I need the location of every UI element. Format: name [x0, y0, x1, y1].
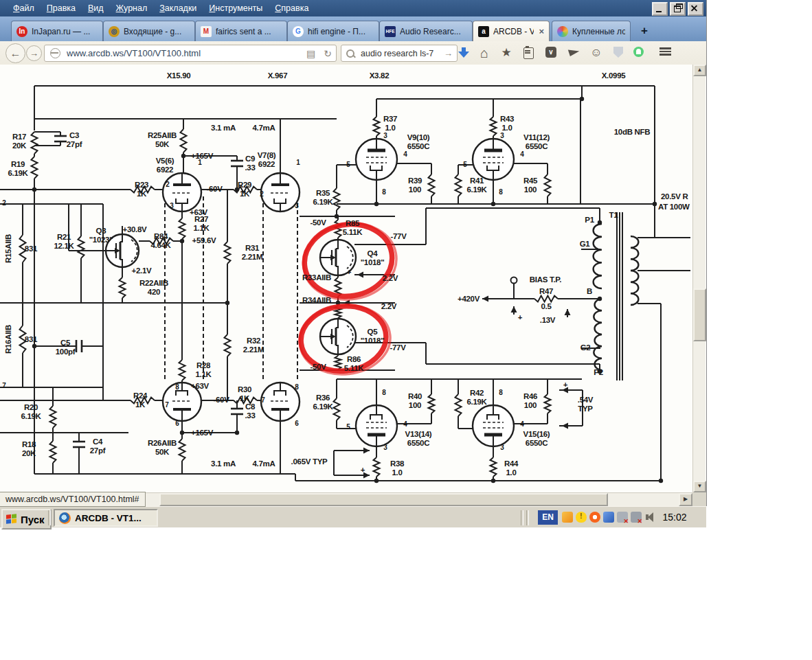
bookmarks-menu-button[interactable]: [521, 46, 536, 60]
schematic-label: R28 1.1K: [195, 361, 211, 379]
menu-icon: [659, 47, 671, 49]
schematic-label: 5: [346, 161, 350, 168]
hamburger-menu-button[interactable]: [656, 46, 674, 60]
scroll-down-button[interactable]: ▼: [693, 481, 706, 492]
schematic-label: 4.7mA: [252, 124, 275, 133]
schematic-label: R44 1.0: [504, 459, 518, 477]
restore-button[interactable]: [670, 2, 686, 16]
ghostery-icon: [633, 47, 644, 57]
tab[interactable]: Mfairics sent a ...: [195, 21, 287, 41]
menu-item[interactable]: Журнал: [110, 1, 154, 15]
schematic-label: 8: [499, 389, 502, 396]
security-shield-icon[interactable]: [576, 512, 587, 523]
menu-item[interactable]: Вид: [82, 1, 110, 15]
network-icon[interactable]: [603, 512, 614, 523]
schematic-label: R20 6.19K: [21, 403, 41, 421]
site-globe-icon: [50, 48, 60, 58]
menu-item[interactable]: Инструменты: [203, 1, 269, 15]
tab[interactable]: ◎Входящие - g...: [103, 21, 195, 41]
schematic-label: G1: [580, 240, 590, 249]
start-button[interactable]: Пуск: [1, 509, 52, 530]
downloads-button[interactable]: [456, 47, 471, 61]
taskbar-clock[interactable]: 15:02: [655, 510, 695, 525]
search-input[interactable]: [359, 48, 444, 59]
schematic-label: 6: [295, 420, 298, 427]
protection-shield-button[interactable]: [611, 46, 626, 60]
home-button[interactable]: ⌂: [477, 46, 492, 60]
schematic-label: R32 2.21M: [243, 337, 264, 354]
schematic-label: R29 1K: [238, 181, 251, 198]
search-go-icon[interactable]: →: [444, 48, 453, 58]
schematic-label: V15(16) 6550C: [523, 430, 550, 448]
minimize-button[interactable]: [652, 2, 668, 16]
schematic-label: 4: [403, 150, 407, 158]
tab-active[interactable]: aARCDB - V...×: [473, 21, 550, 41]
schematic-label: +2.1V: [132, 266, 152, 275]
schematic-label: R30 1K: [238, 385, 251, 403]
chat-button[interactable]: ☺: [589, 46, 604, 60]
ghostery-button[interactable]: [631, 46, 646, 60]
tab-favicon: ◎: [109, 26, 120, 37]
menu: ФайлПравкаВидЖурналЗакладкиИнструментыСп…: [7, 1, 315, 15]
tab[interactable]: InInJapan.ru — ...: [11, 21, 103, 41]
scrollbar-corner: [692, 492, 706, 506]
reload-icon[interactable]: ↻: [324, 48, 332, 59]
network-offline-icon[interactable]: [617, 512, 628, 523]
schematic-label: T1: [609, 211, 618, 220]
language-indicator[interactable]: EN: [538, 510, 558, 525]
agent-icon[interactable]: [589, 512, 600, 523]
tab[interactable]: Купленные ло...: [552, 21, 631, 41]
tab[interactable]: HFEAudio Researc...: [379, 21, 473, 41]
close-button[interactable]: [688, 2, 703, 16]
send-tab-button[interactable]: [566, 46, 581, 60]
scroll-right-button[interactable]: ▶: [679, 493, 692, 506]
schematic-label: R47: [539, 287, 553, 296]
schematic-label: R25AIIB 50K: [148, 131, 177, 149]
schematic-label: 2: [260, 190, 263, 198]
volume-icon[interactable]: [644, 512, 655, 523]
scroll-up-button[interactable]: ▲: [693, 65, 706, 76]
update-icon[interactable]: [562, 512, 573, 523]
schematic-label: 5: [463, 161, 466, 168]
taskbar-window-button[interactable]: ARCDB - VT1...: [54, 509, 158, 527]
schematic-label: 3: [500, 444, 504, 451]
pocket-button[interactable]: ∨: [543, 46, 559, 60]
start-label: Пуск: [21, 514, 45, 525]
forward-button[interactable]: →: [26, 45, 42, 61]
menu-item[interactable]: Справка: [269, 1, 315, 15]
schematic-label: +165V: [191, 429, 213, 437]
url-input[interactable]: [65, 47, 302, 59]
new-tab-button[interactable]: +: [635, 23, 653, 39]
schematic-label: 3: [383, 444, 387, 451]
tab-label: Входящие - g...: [124, 27, 181, 36]
schematic-label: X.0995: [602, 71, 626, 80]
url-bar[interactable]: ▤ ↻: [44, 45, 337, 62]
tab-close-icon[interactable]: ×: [539, 26, 544, 36]
tab-label: Купленные ло...: [572, 27, 625, 36]
schematic-label: 3: [500, 132, 504, 139]
schematic-label: 8: [175, 383, 179, 391]
menu-item[interactable]: Правка: [41, 1, 82, 15]
vertical-scroll-thumb[interactable]: [693, 288, 706, 341]
reader-mode-icon[interactable]: ▤: [306, 48, 315, 59]
vertical-scrollbar[interactable]: ▲ ▼: [692, 65, 706, 492]
schematic-label: V5(6) 6922: [156, 157, 174, 174]
schematic-label: C3 27pf: [67, 131, 82, 149]
camera-off-icon[interactable]: [631, 512, 642, 523]
schematic-label: 7: [2, 382, 5, 389]
bookmark-star-button[interactable]: ★: [499, 46, 514, 60]
tab[interactable]: Ghifi engine - П...: [287, 21, 379, 41]
status-link-tooltip: www.arcdb.ws/VT100/VT100.html#: [0, 492, 146, 507]
search-bar[interactable]: →: [341, 45, 458, 62]
menu-bar: ФайлПравкаВидЖурналЗакладкиИнструментыСп…: [0, 0, 706, 16]
menu-item[interactable]: Закладки: [153, 1, 203, 15]
schematic-label: 20.5V R: [661, 192, 688, 201]
schematic-label: +30.8V: [123, 225, 147, 234]
schematic-label: R24 1K: [133, 391, 147, 409]
back-button[interactable]: ←: [5, 43, 25, 63]
menu-item[interactable]: Файл: [7, 1, 41, 15]
horizontal-scroll-thumb[interactable]: [159, 493, 608, 506]
taskbar: Пуск ARCDB - VT1... EN 15:02: [0, 506, 706, 527]
schematic-label: +: [347, 268, 351, 277]
schematic-label: P2: [594, 368, 602, 377]
